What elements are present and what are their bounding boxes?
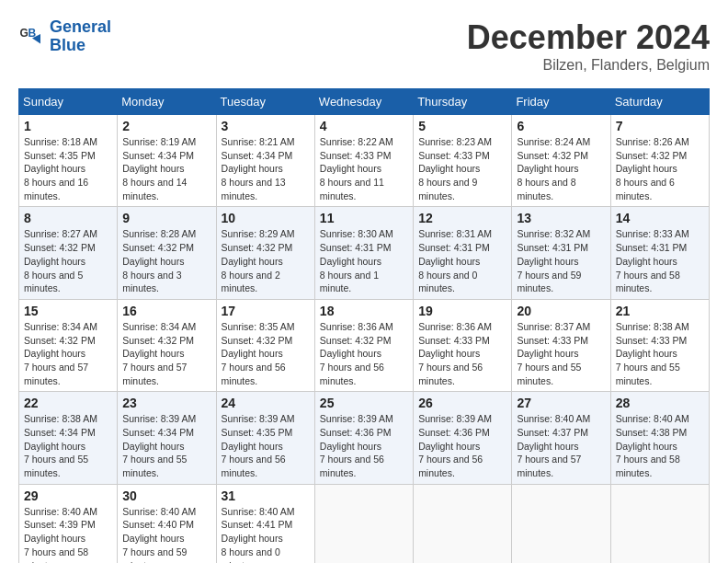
day-number: 28 xyxy=(616,396,704,410)
day-info: Sunrise: 8:39 AM Sunset: 4:36 PM Dayligh… xyxy=(320,412,408,479)
day-number: 9 xyxy=(122,211,210,225)
day-number: 17 xyxy=(222,304,310,318)
day-info: Sunrise: 8:29 AM Sunset: 4:32 PM Dayligh… xyxy=(222,227,310,294)
calendar-cell xyxy=(314,484,413,563)
day-number: 19 xyxy=(418,304,506,318)
calendar-cell: 4 Sunrise: 8:22 AM Sunset: 4:33 PM Dayli… xyxy=(314,115,413,207)
day-info: Sunrise: 8:36 AM Sunset: 4:32 PM Dayligh… xyxy=(320,320,408,387)
day-info: Sunrise: 8:39 AM Sunset: 4:34 PM Dayligh… xyxy=(122,412,210,479)
calendar-week-5: 29 Sunrise: 8:40 AM Sunset: 4:39 PM Dayl… xyxy=(19,484,710,563)
day-info: Sunrise: 8:26 AM Sunset: 4:32 PM Dayligh… xyxy=(616,135,704,202)
weekday-header-friday: Friday xyxy=(512,89,610,115)
calendar-table: SundayMondayTuesdayWednesdayThursdayFrid… xyxy=(18,88,710,563)
day-number: 29 xyxy=(24,488,112,503)
calendar-cell: 21 Sunrise: 8:38 AM Sunset: 4:33 PM Dayl… xyxy=(610,299,709,391)
day-info: Sunrise: 8:32 AM Sunset: 4:31 PM Dayligh… xyxy=(517,227,605,294)
day-number: 6 xyxy=(517,119,605,133)
calendar-cell: 9 Sunrise: 8:28 AM Sunset: 4:32 PM Dayli… xyxy=(118,207,216,299)
calendar-cell: 17 Sunrise: 8:35 AM Sunset: 4:32 PM Dayl… xyxy=(216,299,314,391)
day-number: 15 xyxy=(24,304,112,318)
page-header: G B General Blue December 2024 Bilzen, F… xyxy=(18,18,710,74)
calendar-week-4: 22 Sunrise: 8:38 AM Sunset: 4:34 PM Dayl… xyxy=(19,392,710,484)
svg-text:G: G xyxy=(20,27,28,40)
day-info: Sunrise: 8:31 AM Sunset: 4:31 PM Dayligh… xyxy=(418,227,506,294)
calendar-cell: 19 Sunrise: 8:36 AM Sunset: 4:33 PM Dayl… xyxy=(414,299,512,391)
day-info: Sunrise: 8:37 AM Sunset: 4:33 PM Dayligh… xyxy=(517,320,605,387)
calendar-cell: 18 Sunrise: 8:36 AM Sunset: 4:32 PM Dayl… xyxy=(314,299,413,391)
calendar-cell: 2 Sunrise: 8:19 AM Sunset: 4:34 PM Dayli… xyxy=(118,115,216,207)
day-info: Sunrise: 8:19 AM Sunset: 4:34 PM Dayligh… xyxy=(122,135,210,202)
day-number: 12 xyxy=(418,211,506,225)
calendar-cell: 16 Sunrise: 8:34 AM Sunset: 4:32 PM Dayl… xyxy=(118,299,216,391)
weekday-header-saturday: Saturday xyxy=(610,89,709,115)
day-info: Sunrise: 8:24 AM Sunset: 4:32 PM Dayligh… xyxy=(517,135,605,202)
day-info: Sunrise: 8:39 AM Sunset: 4:36 PM Dayligh… xyxy=(418,412,506,479)
title-block: December 2024 Bilzen, Flanders, Belgium xyxy=(467,18,710,74)
day-info: Sunrise: 8:35 AM Sunset: 4:32 PM Dayligh… xyxy=(222,320,310,387)
day-info: Sunrise: 8:40 AM Sunset: 4:40 PM Dayligh… xyxy=(122,505,210,563)
day-number: 4 xyxy=(320,119,408,133)
day-info: Sunrise: 8:40 AM Sunset: 4:41 PM Dayligh… xyxy=(222,505,310,563)
calendar-cell: 29 Sunrise: 8:40 AM Sunset: 4:39 PM Dayl… xyxy=(19,484,118,563)
weekday-header-sunday: Sunday xyxy=(19,89,118,115)
calendar-cell: 10 Sunrise: 8:29 AM Sunset: 4:32 PM Dayl… xyxy=(216,207,314,299)
calendar-cell: 12 Sunrise: 8:31 AM Sunset: 4:31 PM Dayl… xyxy=(414,207,512,299)
day-info: Sunrise: 8:40 AM Sunset: 4:37 PM Dayligh… xyxy=(517,412,605,479)
logo-text: General Blue xyxy=(50,18,111,55)
calendar-week-1: 1 Sunrise: 8:18 AM Sunset: 4:35 PM Dayli… xyxy=(19,115,710,207)
day-info: Sunrise: 8:39 AM Sunset: 4:35 PM Dayligh… xyxy=(222,412,310,479)
calendar-cell: 31 Sunrise: 8:40 AM Sunset: 4:41 PM Dayl… xyxy=(216,484,314,563)
calendar-header-row: SundayMondayTuesdayWednesdayThursdayFrid… xyxy=(19,89,710,115)
calendar-cell xyxy=(414,484,512,563)
day-number: 2 xyxy=(122,119,210,133)
day-info: Sunrise: 8:28 AM Sunset: 4:32 PM Dayligh… xyxy=(122,227,210,294)
day-number: 18 xyxy=(320,304,408,318)
day-number: 21 xyxy=(616,304,704,318)
calendar-cell: 11 Sunrise: 8:30 AM Sunset: 4:31 PM Dayl… xyxy=(314,207,413,299)
day-number: 14 xyxy=(616,211,704,225)
calendar-cell: 13 Sunrise: 8:32 AM Sunset: 4:31 PM Dayl… xyxy=(512,207,610,299)
day-info: Sunrise: 8:36 AM Sunset: 4:33 PM Dayligh… xyxy=(418,320,506,387)
calendar-cell: 28 Sunrise: 8:40 AM Sunset: 4:38 PM Dayl… xyxy=(610,392,709,484)
calendar-cell: 6 Sunrise: 8:24 AM Sunset: 4:32 PM Dayli… xyxy=(512,115,610,207)
calendar-cell: 1 Sunrise: 8:18 AM Sunset: 4:35 PM Dayli… xyxy=(19,115,118,207)
calendar-cell: 3 Sunrise: 8:21 AM Sunset: 4:34 PM Dayli… xyxy=(216,115,314,207)
calendar-cell: 20 Sunrise: 8:37 AM Sunset: 4:33 PM Dayl… xyxy=(512,299,610,391)
day-number: 10 xyxy=(222,211,310,225)
calendar-cell: 15 Sunrise: 8:34 AM Sunset: 4:32 PM Dayl… xyxy=(19,299,118,391)
day-info: Sunrise: 8:34 AM Sunset: 4:32 PM Dayligh… xyxy=(122,320,210,387)
day-info: Sunrise: 8:34 AM Sunset: 4:32 PM Dayligh… xyxy=(24,320,112,387)
day-number: 30 xyxy=(122,488,210,503)
calendar-cell: 25 Sunrise: 8:39 AM Sunset: 4:36 PM Dayl… xyxy=(314,392,413,484)
day-number: 1 xyxy=(24,119,112,133)
day-info: Sunrise: 8:40 AM Sunset: 4:38 PM Dayligh… xyxy=(616,412,704,479)
day-number: 31 xyxy=(222,488,310,503)
day-number: 22 xyxy=(24,396,112,410)
calendar-cell: 7 Sunrise: 8:26 AM Sunset: 4:32 PM Dayli… xyxy=(610,115,709,207)
calendar-cell xyxy=(610,484,709,563)
day-number: 8 xyxy=(24,211,112,225)
day-info: Sunrise: 8:38 AM Sunset: 4:33 PM Dayligh… xyxy=(616,320,704,387)
day-info: Sunrise: 8:23 AM Sunset: 4:33 PM Dayligh… xyxy=(418,135,506,202)
day-number: 25 xyxy=(320,396,408,410)
weekday-header-thursday: Thursday xyxy=(414,89,512,115)
day-info: Sunrise: 8:21 AM Sunset: 4:34 PM Dayligh… xyxy=(222,135,310,202)
calendar-cell xyxy=(512,484,610,563)
location: Bilzen, Flanders, Belgium xyxy=(467,57,710,74)
day-number: 5 xyxy=(418,119,506,133)
weekday-header-tuesday: Tuesday xyxy=(216,89,314,115)
calendar-cell: 30 Sunrise: 8:40 AM Sunset: 4:40 PM Dayl… xyxy=(118,484,216,563)
day-number: 7 xyxy=(616,119,704,133)
calendar-cell: 24 Sunrise: 8:39 AM Sunset: 4:35 PM Dayl… xyxy=(216,392,314,484)
day-info: Sunrise: 8:38 AM Sunset: 4:34 PM Dayligh… xyxy=(24,412,112,479)
day-number: 26 xyxy=(418,396,506,410)
day-info: Sunrise: 8:33 AM Sunset: 4:31 PM Dayligh… xyxy=(616,227,704,294)
calendar-cell: 23 Sunrise: 8:39 AM Sunset: 4:34 PM Dayl… xyxy=(118,392,216,484)
calendar-cell: 26 Sunrise: 8:39 AM Sunset: 4:36 PM Dayl… xyxy=(414,392,512,484)
day-info: Sunrise: 8:27 AM Sunset: 4:32 PM Dayligh… xyxy=(24,227,112,294)
day-number: 11 xyxy=(320,211,408,225)
calendar-cell: 14 Sunrise: 8:33 AM Sunset: 4:31 PM Dayl… xyxy=(610,207,709,299)
calendar-cell: 8 Sunrise: 8:27 AM Sunset: 4:32 PM Dayli… xyxy=(19,207,118,299)
day-number: 24 xyxy=(222,396,310,410)
weekday-header-wednesday: Wednesday xyxy=(314,89,413,115)
